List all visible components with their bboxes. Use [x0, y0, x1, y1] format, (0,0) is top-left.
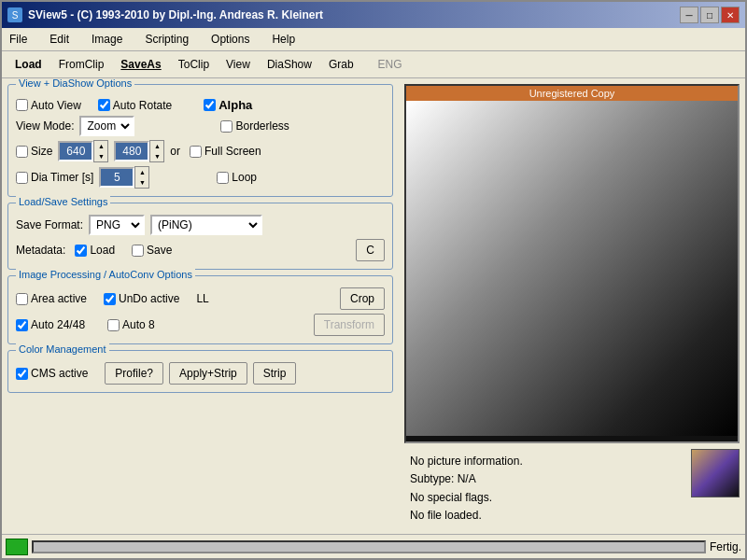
image-processing-group: Image Processing / AutoConv Options Area…	[7, 275, 393, 344]
loop-checkbox[interactable]: Loop	[217, 171, 257, 184]
minimize-button[interactable]: ─	[680, 7, 698, 23]
fullscreen-checkbox[interactable]: Full Screen	[190, 145, 261, 158]
transform-button[interactable]: Transform	[314, 314, 385, 336]
dia-timer-value[interactable]	[99, 167, 134, 188]
width-spinbox: ▲ ▼	[58, 140, 108, 162]
borderless-input[interactable]	[220, 120, 233, 133]
borderless-checkbox[interactable]: Borderless	[220, 119, 289, 133]
right-panel: Unregistered Copy No picture information…	[399, 78, 745, 534]
auto8-checkbox[interactable]: Auto 8	[107, 318, 155, 331]
metadata-c-button[interactable]: C	[356, 239, 385, 261]
toolbar-eng[interactable]: ENG	[371, 55, 410, 74]
metadata-label: Metadata:	[16, 244, 65, 257]
title-bar: S SView5 - (C) 1993-2010 by Dipl.-Ing. A…	[2, 2, 745, 28]
auto-view-checkbox[interactable]: Auto View	[16, 99, 81, 112]
dia-timer-input[interactable]	[16, 172, 28, 184]
width-spin-buttons: ▲ ▼	[93, 140, 108, 162]
loop-input[interactable]	[217, 172, 229, 184]
height-input[interactable]	[114, 141, 149, 161]
height-up-button[interactable]: ▲	[150, 141, 163, 151]
toolbar-saveas[interactable]: SaveAs	[113, 55, 168, 74]
image-processing-label: Image Processing / AutoConv Options	[16, 269, 195, 280]
info-box: No picture information. Subtype: N/A No …	[404, 449, 685, 528]
or-label: or	[170, 145, 180, 158]
main-window: S SView5 - (C) 1993-2010 by Dipl.-Ing. A…	[0, 0, 747, 560]
auto8-input[interactable]	[107, 319, 120, 331]
apply-strip-button[interactable]: Apply+Strip	[169, 362, 247, 385]
profile-button[interactable]: Profile?	[105, 362, 163, 385]
auto-view-input[interactable]	[16, 99, 28, 111]
menu-image[interactable]: Image	[88, 31, 126, 48]
view-diashow-group: View + DiaShow Options Auto View Auto Ro…	[7, 84, 393, 197]
cms-active-input[interactable]	[16, 368, 28, 380]
main-area: View + DiaShow Options Auto View Auto Ro…	[2, 78, 745, 534]
title-bar-left: S SView5 - (C) 1993-2010 by Dipl.-Ing. A…	[7, 7, 323, 22]
info-area: No picture information. Subtype: N/A No …	[404, 449, 740, 528]
info-line3: No special flags.	[410, 489, 680, 507]
dia-timer-spin-buttons: ▲ ▼	[134, 166, 149, 189]
area-active-input[interactable]	[16, 293, 28, 305]
toolbar-load[interactable]: Load	[7, 55, 49, 74]
toolbar-diashow[interactable]: DiaShow	[260, 55, 319, 74]
preview-gradient	[406, 101, 738, 436]
menu-options[interactable]: Options	[207, 31, 253, 48]
status-text: Fertig.	[710, 540, 741, 553]
dia-timer-up-button[interactable]: ▲	[135, 167, 148, 177]
strip-button[interactable]: Strip	[253, 362, 297, 385]
cms-active-checkbox[interactable]: CMS active	[16, 367, 88, 380]
width-input[interactable]	[58, 141, 93, 161]
size-checkbox[interactable]: Size	[16, 145, 52, 158]
width-down-button[interactable]: ▼	[94, 151, 107, 161]
dia-timer-checkbox[interactable]: Dia Timer [s]	[16, 171, 93, 184]
width-up-button[interactable]: ▲	[94, 141, 107, 151]
status-progress	[32, 540, 706, 553]
toolbar-toclip[interactable]: ToClip	[171, 55, 217, 74]
preview-box: Unregistered Copy	[404, 84, 740, 443]
metadata-load-checkbox[interactable]: Load	[75, 244, 115, 257]
thumbnail	[691, 449, 740, 497]
loadsave-label: Load/Save Settings	[16, 196, 110, 207]
menu-help[interactable]: Help	[268, 31, 299, 48]
close-button[interactable]: ✕	[721, 7, 740, 23]
alpha-checkbox[interactable]: Alpha	[204, 98, 252, 112]
auto-rotate-input[interactable]	[98, 99, 110, 111]
auto2448-checkbox[interactable]: Auto 24/48	[16, 318, 85, 331]
metadata-save-checkbox[interactable]: Save	[132, 244, 172, 257]
area-active-checkbox[interactable]: Area active	[16, 292, 87, 305]
maximize-button[interactable]: □	[700, 7, 719, 23]
preview-header: Unregistered Copy	[406, 86, 738, 101]
metadata-load-input[interactable]	[75, 245, 87, 257]
app-icon: S	[7, 7, 22, 22]
toolbar-grab[interactable]: Grab	[321, 55, 361, 74]
info-line4: No file loaded.	[410, 507, 680, 525]
height-spin-buttons: ▲ ▼	[149, 140, 164, 162]
toolbar-view[interactable]: View	[218, 55, 258, 74]
height-spinbox: ▲ ▼	[114, 140, 164, 162]
toolbar-fromclip[interactable]: FromClip	[51, 55, 112, 74]
crop-button[interactable]: Crop	[340, 287, 385, 310]
left-panel: View + DiaShow Options Auto View Auto Ro…	[2, 78, 399, 534]
save-format-detail-select[interactable]: (PiNG)	[150, 215, 262, 235]
height-down-button[interactable]: ▼	[150, 151, 163, 161]
ll-label: LL	[196, 292, 208, 305]
status-bar: Fertig.	[2, 534, 745, 558]
metadata-save-input[interactable]	[132, 245, 144, 257]
menu-bar: File Edit Image Scripting Options Help	[2, 28, 745, 51]
auto2448-input[interactable]	[16, 319, 28, 331]
undo-active-input[interactable]	[104, 293, 116, 305]
size-input[interactable]	[16, 146, 28, 158]
menu-scripting[interactable]: Scripting	[141, 31, 192, 48]
menu-file[interactable]: File	[6, 31, 31, 48]
toolbar: Load FromClip SaveAs ToClip View DiaShow…	[2, 51, 745, 78]
fullscreen-input[interactable]	[190, 146, 202, 158]
view-diashow-label: View + DiaShow Options	[16, 78, 134, 89]
view-mode-select[interactable]: Zoom Fit 1:1	[79, 116, 134, 136]
undo-active-checkbox[interactable]: UnDo active	[104, 292, 179, 305]
info-line1: No picture information.	[410, 453, 680, 470]
menu-edit[interactable]: Edit	[46, 31, 73, 48]
save-format-select[interactable]: PNG JPEG BMP	[89, 215, 145, 235]
alpha-input[interactable]	[204, 99, 216, 111]
color-management-label: Color Management	[16, 343, 109, 355]
auto-rotate-checkbox[interactable]: Auto Rotate	[98, 99, 172, 112]
dia-timer-down-button[interactable]: ▼	[135, 177, 148, 188]
